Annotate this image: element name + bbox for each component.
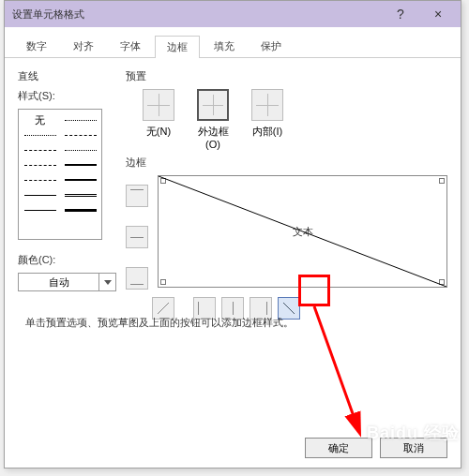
svg-marker-0: [104, 280, 112, 285]
tab-number[interactable]: 数字: [14, 35, 59, 57]
style-opt[interactable]: [23, 143, 57, 156]
chevron-down-icon: [104, 280, 112, 285]
style-opt[interactable]: [63, 173, 98, 186]
border-middle-h-button[interactable]: [126, 226, 148, 248]
border-panel: 预置 无(N) 外边框(O) 内部(I) 边框 文本: [116, 67, 447, 320]
preset-row: 无(N) 外边框(O) 内部(I): [139, 89, 447, 150]
ok-button[interactable]: 确定: [305, 438, 372, 458]
style-label: 样式(S):: [18, 89, 116, 103]
tab-fill[interactable]: 填充: [202, 35, 247, 57]
border-preview[interactable]: 文本: [158, 175, 447, 288]
preset-section-label: 预置: [126, 69, 447, 83]
tab-strip: 数字 对齐 字体 边框 填充 保护: [5, 27, 461, 58]
style-opt[interactable]: [23, 188, 57, 201]
line-panel: 直线 样式(S): 无 颜色(C): 自动: [18, 67, 116, 320]
color-label: 颜色(C):: [18, 253, 116, 267]
format-cells-dialog: 设置单元格格式 ? × 数字 对齐 字体 边框 填充 保护 直线 样式(S): …: [4, 0, 461, 469]
preset-none-label: 无(N): [139, 125, 178, 139]
border-bottom-button[interactable]: [126, 267, 148, 290]
side-buttons-left: [126, 175, 152, 290]
style-opt[interactable]: [23, 173, 57, 186]
style-opt[interactable]: [63, 143, 98, 156]
tab-border[interactable]: 边框: [155, 36, 200, 58]
style-opt[interactable]: [63, 203, 98, 216]
annotation-highlight: [298, 275, 330, 306]
tab-protection[interactable]: 保护: [249, 35, 294, 57]
style-opt[interactable]: [23, 203, 57, 216]
color-value[interactable]: 自动: [18, 273, 99, 291]
hint-text: 单击预置选项、预览草图及上面的按钮可以添加边框样式。: [25, 316, 294, 330]
tab-font[interactable]: 字体: [108, 35, 153, 57]
help-button[interactable]: ?: [382, 1, 419, 27]
preset-inside[interactable]: 内部(I): [248, 89, 287, 150]
color-dropdown[interactable]: [99, 273, 116, 291]
watermark: Baidu 经验: [367, 422, 460, 444]
border-section-label: 边框: [126, 156, 447, 170]
preview-area: 文本: [126, 175, 447, 290]
preset-none[interactable]: 无(N): [139, 89, 178, 150]
close-button[interactable]: ×: [419, 1, 457, 27]
line-section-label: 直线: [18, 69, 116, 83]
preset-outline-label: 外边框(O): [193, 125, 233, 150]
style-opt[interactable]: [23, 158, 57, 171]
preview-text: 文本: [293, 225, 313, 239]
line-style-list[interactable]: 无: [18, 109, 102, 240]
tab-alignment[interactable]: 对齐: [61, 35, 106, 57]
border-top-button[interactable]: [126, 185, 148, 207]
svg-line-3: [283, 303, 295, 314]
svg-line-2: [158, 303, 169, 314]
style-opt[interactable]: [63, 128, 98, 141]
color-selector: 自动: [18, 273, 116, 291]
dialog-title: 设置单元格格式: [12, 7, 382, 22]
dialog-body: 直线 样式(S): 无 颜色(C): 自动: [5, 58, 461, 329]
style-opt[interactable]: [63, 158, 98, 171]
style-none[interactable]: 无: [23, 113, 57, 126]
style-opt[interactable]: [23, 128, 57, 141]
preset-inside-label: 内部(I): [248, 125, 287, 139]
style-opt[interactable]: [63, 188, 98, 201]
preset-outline[interactable]: 外边框(O): [193, 89, 233, 150]
style-opt[interactable]: [63, 113, 98, 126]
titlebar: 设置单元格格式 ? ×: [5, 1, 461, 27]
